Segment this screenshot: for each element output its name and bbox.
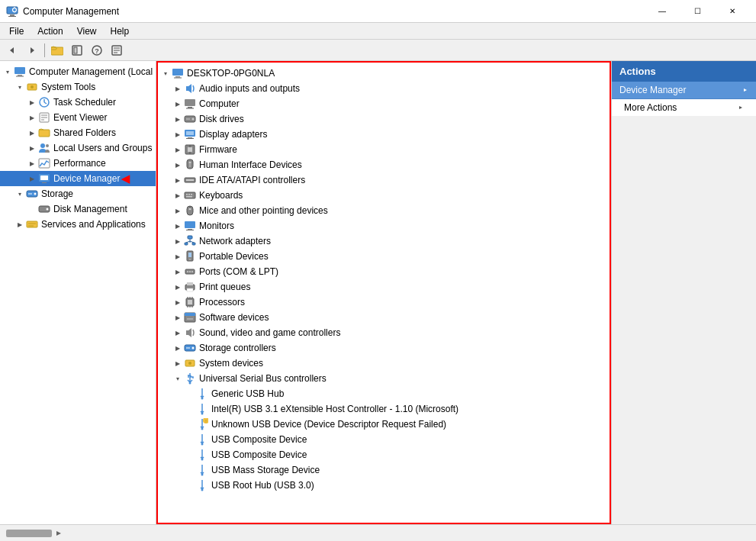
ports-icon bbox=[184, 266, 196, 278]
forward-button[interactable] bbox=[23, 42, 41, 59]
tree-item-system-dev[interactable]: ▶ System devices bbox=[158, 356, 610, 371]
expand-icon-portable[interactable]: ▶ bbox=[172, 250, 184, 262]
expand-icon-shared-folders[interactable]: ▶ bbox=[26, 127, 38, 139]
menu-file[interactable]: File bbox=[3, 24, 30, 38]
expand-icon-audio[interactable]: ▶ bbox=[172, 82, 184, 95]
tree-item-event-viewer[interactable]: ▶ Event Viewer bbox=[0, 110, 156, 125]
svg-marker-123 bbox=[739, 106, 742, 109]
expand-icon-print[interactable]: ▶ bbox=[172, 281, 184, 293]
expand-icon-ports[interactable]: ▶ bbox=[172, 266, 184, 278]
tree-item-computer[interactable]: ▶ Computer bbox=[158, 96, 610, 111]
expand-icon-ide[interactable]: ▶ bbox=[172, 174, 184, 186]
tree-item-device-manager[interactable]: ▶ Device Manager ◀ bbox=[0, 171, 156, 186]
expand-icon-task-scheduler[interactable]: ▶ bbox=[26, 96, 38, 108]
tree-item-ports[interactable]: ▶ Ports (COM & LPT) bbox=[158, 264, 610, 279]
tree-item-computer-mgmt[interactable]: ▾ Computer Management (Local bbox=[0, 64, 156, 79]
back-button[interactable] bbox=[3, 42, 21, 59]
svg-rect-51 bbox=[186, 108, 194, 109]
expand-icon-display[interactable]: ▶ bbox=[172, 128, 184, 140]
scroll-thumb[interactable] bbox=[6, 530, 52, 537]
tree-item-root[interactable]: ▾ DESKTOP-0PG0NLA bbox=[158, 66, 610, 81]
tree-item-keyboards[interactable]: ▶ Keyboards bbox=[158, 188, 610, 203]
tree-item-intel-usb[interactable]: Intel(R) USB 3.1 eXtensible Host Control… bbox=[158, 401, 610, 417]
svg-rect-70 bbox=[188, 194, 190, 195]
tree-item-disk-drives[interactable]: ▶ Disk drives bbox=[158, 111, 610, 127]
tree-item-display[interactable]: ▶ Display adapters bbox=[158, 127, 610, 142]
tree-item-disk-mgmt[interactable]: Disk Management bbox=[0, 201, 156, 217]
tree-item-print[interactable]: ▶ Print queues bbox=[158, 279, 610, 295]
maximize-button[interactable]: ☐ bbox=[680, 0, 715, 23]
svg-point-64 bbox=[189, 162, 191, 164]
svg-rect-36 bbox=[42, 182, 47, 183]
close-button[interactable]: ✕ bbox=[715, 0, 750, 23]
expand-icon-disk-drives[interactable]: ▶ bbox=[172, 113, 184, 125]
tree-item-audio[interactable]: ▶ Audio inputs and outputs bbox=[158, 81, 610, 96]
menu-action[interactable]: Action bbox=[31, 24, 69, 38]
tree-item-performance[interactable]: ▶ Performance bbox=[0, 156, 156, 171]
expand-icon-system-tools[interactable]: ▾ bbox=[14, 81, 26, 93]
tree-item-root-hub[interactable]: USB Root Hub (USB 3.0) bbox=[158, 478, 610, 493]
scroll-right-icon[interactable] bbox=[55, 530, 63, 537]
minimize-button[interactable]: — bbox=[645, 0, 680, 23]
tree-item-generic-hub[interactable]: Generic USB Hub bbox=[158, 386, 610, 401]
tree-item-composite2[interactable]: USB Composite Device bbox=[158, 447, 610, 462]
expand-icon-services-apps[interactable]: ▶ bbox=[14, 218, 26, 230]
tree-item-monitors[interactable]: ▶ Monitors bbox=[158, 218, 610, 233]
tree-item-network[interactable]: ▶ Network adapters bbox=[158, 233, 610, 249]
tree-item-ide[interactable]: ▶ IDE ATA/ATAPI controllers bbox=[158, 172, 610, 188]
expand-icon-storage-ctrl[interactable]: ▶ bbox=[172, 342, 184, 354]
expand-icon-system-dev[interactable]: ▶ bbox=[172, 357, 184, 369]
tree-item-processors[interactable]: ▶ Processors bbox=[158, 295, 610, 310]
tree-item-system-tools[interactable]: ▾ System Tools bbox=[0, 79, 156, 95]
help-button[interactable]: ? bbox=[88, 42, 106, 59]
expand-icon-hid[interactable]: ▶ bbox=[172, 159, 184, 171]
svg-point-53 bbox=[192, 118, 195, 121]
tree-label-usb: Universal Serial Bus controllers bbox=[199, 373, 327, 384]
tree-item-usb[interactable]: ▾ Universal Serial Bus controllers bbox=[158, 371, 610, 386]
tree-item-sound[interactable]: ▶ Sound, video and game controllers bbox=[158, 325, 610, 340]
svg-rect-104 bbox=[185, 313, 195, 316]
expand-icon-software[interactable]: ▶ bbox=[172, 311, 184, 324]
tree-item-task-scheduler[interactable]: ▶ Task Scheduler bbox=[0, 95, 156, 110]
tree-item-unknown-usb[interactable]: ! Unknown USB Device (Device Descriptor … bbox=[158, 417, 610, 432]
expand-icon-network[interactable]: ▶ bbox=[172, 235, 184, 247]
expand-icon-root[interactable]: ▾ bbox=[159, 67, 172, 79]
show-hide-button[interactable] bbox=[68, 42, 86, 59]
expand-icon-firmware[interactable]: ▶ bbox=[172, 143, 184, 156]
tree-item-shared-folders[interactable]: ▶ Shared Folders bbox=[0, 125, 156, 140]
folder-button[interactable] bbox=[48, 42, 66, 59]
tree-item-services-apps[interactable]: ▶ Services and Applications bbox=[0, 217, 156, 232]
tree-item-storage[interactable]: ▾ Storage bbox=[0, 186, 156, 201]
tree-item-firmware[interactable]: ▶ Firmware bbox=[158, 142, 610, 157]
tree-item-local-users[interactable]: ▶ Local Users and Groups bbox=[0, 140, 156, 156]
actions-more-actions[interactable]: More Actions bbox=[612, 99, 756, 116]
expand-icon-storage[interactable]: ▾ bbox=[14, 188, 26, 200]
tree-item-composite1[interactable]: USB Composite Device bbox=[158, 432, 610, 447]
expand-icon-keyboards[interactable]: ▶ bbox=[172, 189, 184, 201]
expand-icon-event-viewer[interactable]: ▶ bbox=[26, 111, 38, 124]
export-button[interactable] bbox=[108, 42, 126, 59]
expand-icon-device-manager[interactable]: ▶ bbox=[26, 172, 38, 185]
tree-item-hid[interactable]: ▶ Human Interface Devices bbox=[158, 157, 610, 172]
expand-icon-monitors[interactable]: ▶ bbox=[172, 220, 184, 232]
tree-item-mice[interactable]: ▶ Mice and other pointing devices bbox=[158, 203, 610, 218]
expand-icon-processors[interactable]: ▶ bbox=[172, 296, 184, 308]
expand-icon-usb[interactable]: ▾ bbox=[172, 372, 184, 385]
actions-device-manager[interactable]: Device Manager bbox=[612, 82, 756, 99]
menu-view[interactable]: View bbox=[71, 24, 103, 38]
svg-marker-122 bbox=[744, 89, 747, 92]
scrollbar-area bbox=[6, 530, 63, 537]
expand-icon-computer[interactable]: ▶ bbox=[172, 98, 184, 110]
expand-icon-sound[interactable]: ▶ bbox=[172, 327, 184, 339]
tree-label-performance: Performance bbox=[53, 158, 106, 169]
expand-icon-computer-mgmt[interactable]: ▾ bbox=[2, 66, 14, 78]
tree-item-portable[interactable]: ▶ Portable Devices bbox=[158, 249, 610, 264]
expand-icon-mice[interactable]: ▶ bbox=[172, 204, 184, 217]
expand-icon-local-users[interactable]: ▶ bbox=[26, 142, 38, 154]
expand-icon-performance[interactable]: ▶ bbox=[26, 157, 38, 169]
spacer-intel-usb bbox=[184, 403, 196, 415]
tree-item-storage-ctrl[interactable]: ▶ Storage controllers bbox=[158, 340, 610, 356]
tree-item-mass-storage[interactable]: USB Mass Storage Device bbox=[158, 462, 610, 478]
menu-help[interactable]: Help bbox=[105, 24, 136, 38]
tree-item-software[interactable]: ▶ Software devices bbox=[158, 310, 610, 325]
